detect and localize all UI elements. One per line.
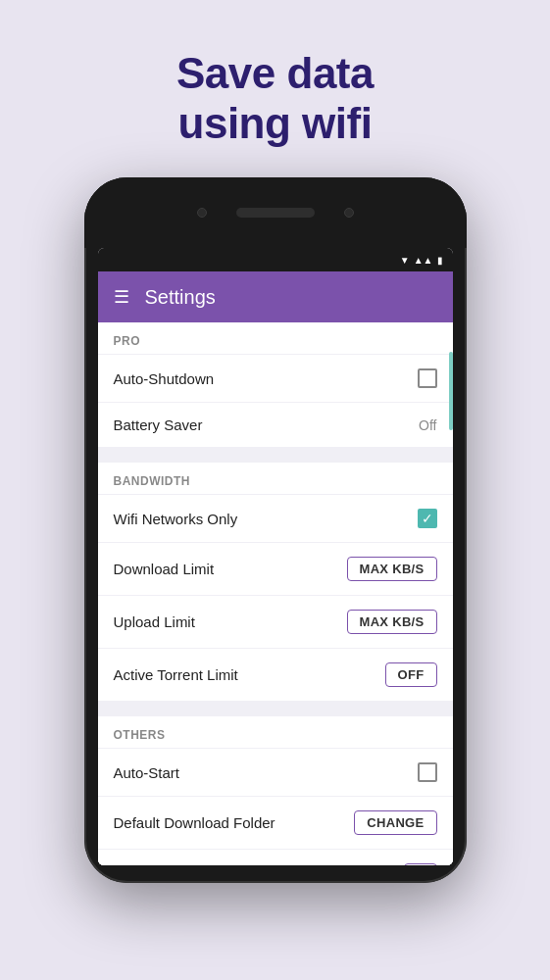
- torrent-limit-button[interactable]: OFF: [385, 662, 437, 687]
- download-limit-row[interactable]: Download Limit MAX KB/S: [98, 542, 453, 595]
- hero-line2: using wifi: [176, 99, 374, 149]
- battery-saver-label: Battery Saver: [114, 416, 203, 433]
- app-bar: ☰ Settings: [98, 271, 453, 322]
- camera-dot-right: [344, 208, 354, 218]
- pro-section-header: PRO: [98, 322, 453, 354]
- battery-saver-row[interactable]: Battery Saver Off: [98, 402, 453, 447]
- phone-screen: ▼ ▲▲ ▮ ☰ Settings PRO Auto-Shutdown: [98, 248, 453, 865]
- wifi-networks-row[interactable]: Wifi Networks Only ✓: [98, 494, 453, 542]
- incoming-port-button[interactable]: 0: [404, 863, 437, 865]
- download-folder-label: Default Download Folder: [114, 814, 275, 831]
- wifi-networks-label: Wifi Networks Only: [114, 511, 238, 527]
- upload-limit-row[interactable]: Upload Limit MAX KB/S: [98, 595, 453, 648]
- phone-top-bar: [84, 177, 467, 248]
- scroll-indicator: [449, 352, 453, 430]
- signal-bars-icon: ▲▲: [414, 255, 433, 266]
- bandwidth-section-header: BANDWIDTH: [98, 463, 453, 494]
- separator-2: [98, 709, 453, 716]
- battery-saver-value: Off: [419, 417, 436, 433]
- auto-shutdown-checkbox[interactable]: [418, 368, 437, 388]
- battery-icon: ▮: [437, 255, 443, 266]
- torrent-limit-label: Active Torrent Limit: [114, 666, 238, 683]
- upload-limit-button[interactable]: MAX KB/S: [347, 610, 437, 634]
- speaker-grille: [236, 208, 315, 218]
- auto-start-row[interactable]: Auto-Start: [98, 748, 453, 796]
- upload-limit-label: Upload Limit: [114, 613, 195, 630]
- auto-start-checkbox[interactable]: [418, 762, 437, 782]
- torrent-limit-row[interactable]: Active Torrent Limit OFF: [98, 648, 453, 701]
- incoming-port-row[interactable]: Incoming Port 0: [98, 849, 453, 865]
- wifi-networks-checkbox[interactable]: ✓: [418, 509, 437, 528]
- download-folder-row[interactable]: Default Download Folder CHANGE: [98, 796, 453, 849]
- download-limit-button[interactable]: MAX KB/S: [347, 557, 437, 581]
- download-folder-button[interactable]: CHANGE: [354, 810, 436, 835]
- pro-section: PRO Auto-Shutdown Battery Saver Off: [98, 322, 453, 447]
- separator-1: [98, 455, 453, 463]
- status-bar: ▼ ▲▲ ▮: [98, 248, 453, 271]
- auto-shutdown-row[interactable]: Auto-Shutdown: [98, 354, 453, 402]
- app-bar-title: Settings: [145, 286, 216, 309]
- phone-wrapper: ▼ ▲▲ ▮ ☰ Settings PRO Auto-Shutdown: [84, 177, 467, 883]
- download-limit-label: Download Limit: [114, 561, 215, 577]
- auto-start-label: Auto-Start: [114, 764, 180, 781]
- auto-shutdown-label: Auto-Shutdown: [114, 370, 215, 387]
- others-section: OTHERS Auto-Start Default Download Folde…: [98, 716, 453, 865]
- wifi-signal-icon: ▼: [400, 255, 410, 266]
- others-section-header: OTHERS: [98, 716, 453, 748]
- hamburger-icon[interactable]: ☰: [114, 288, 129, 306]
- hero-text: Save data using wifi: [176, 49, 374, 148]
- settings-scroll[interactable]: PRO Auto-Shutdown Battery Saver Off BAND…: [98, 322, 453, 865]
- bandwidth-section: BANDWIDTH Wifi Networks Only ✓ Download …: [98, 463, 453, 701]
- hero-line1: Save data: [176, 49, 374, 99]
- settings-content: PRO Auto-Shutdown Battery Saver Off BAND…: [98, 322, 453, 865]
- camera-dot-left: [197, 208, 207, 218]
